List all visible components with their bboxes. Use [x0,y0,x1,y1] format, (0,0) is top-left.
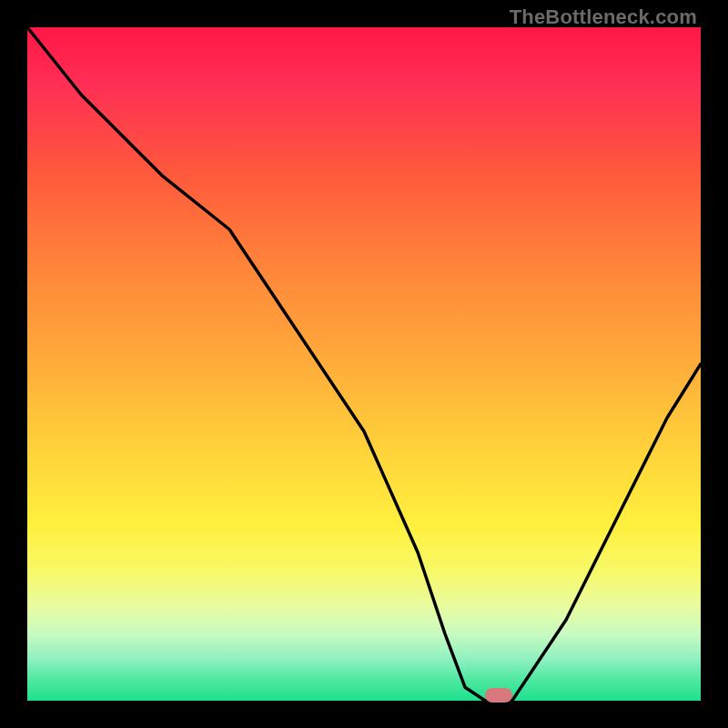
optimal-marker [485,688,512,703]
watermark-text: TheBottleneck.com [510,5,697,29]
bottleneck-curve [27,27,701,701]
plot-area [27,27,701,701]
